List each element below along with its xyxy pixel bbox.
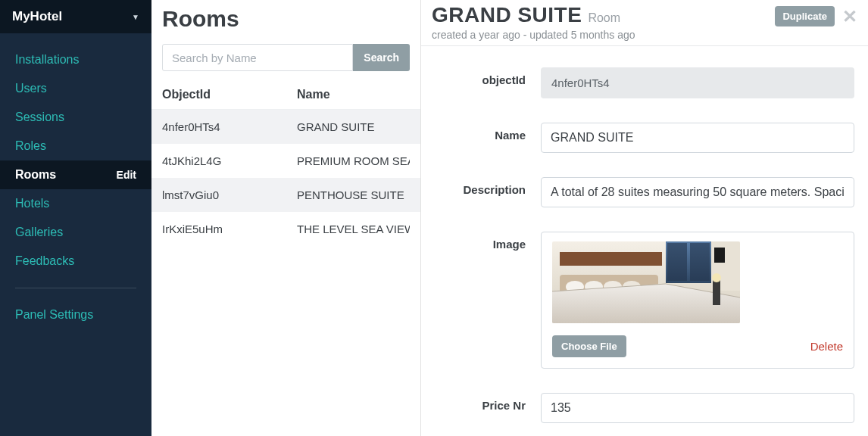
- cell-name: PENTHOUSE SUITE: [297, 188, 410, 201]
- sidebar-item-hotels[interactable]: Hotels: [0, 189, 151, 218]
- svg-rect-13: [713, 279, 720, 305]
- cell-name: GRAND SUITE: [297, 120, 410, 133]
- cell-objectid: IrKxiE5uHm: [162, 223, 297, 235]
- sidebar-item-label: Users: [15, 82, 47, 95]
- cell-objectid: 4tJKhi2L4G: [162, 154, 297, 167]
- brand-name: MyHotel: [12, 9, 62, 24]
- sidebar-item-users[interactable]: Users: [0, 74, 151, 103]
- svg-rect-3: [690, 243, 710, 281]
- table-row[interactable]: 4tJKhi2L4G PREMIUM ROOM SEA VIEW: [151, 144, 420, 178]
- input-description[interactable]: [541, 177, 854, 207]
- nav-divider: [15, 288, 136, 288]
- input-price[interactable]: [541, 393, 854, 423]
- table-row[interactable]: 4nfer0HTs4 GRAND SUITE: [151, 110, 420, 144]
- sidebar-item-label: Galleries: [15, 226, 63, 239]
- close-icon[interactable]: ✕: [842, 8, 857, 26]
- value-objectid: 4nfer0HTs4: [541, 67, 854, 98]
- svg-rect-2: [667, 243, 687, 281]
- room-image: [552, 241, 740, 323]
- cell-objectid: lmst7vGiu0: [162, 188, 297, 201]
- detail-title: GRAND SUITE: [432, 3, 582, 27]
- sidebar-item-label: Hotels: [15, 197, 49, 210]
- sidebar-item-label: Sessions: [15, 111, 64, 124]
- choose-file-button[interactable]: Choose File: [552, 335, 626, 357]
- table-row[interactable]: lmst7vGiu0 PENTHOUSE SUITE: [151, 178, 420, 212]
- label-description: Description: [435, 177, 526, 196]
- sidebar-item-label: Roles: [15, 139, 46, 153]
- detail-meta: created a year ago - updated 5 months ag…: [432, 29, 635, 41]
- duplicate-button[interactable]: Duplicate: [775, 6, 835, 26]
- nav: Installations Users Sessions Roles Rooms…: [0, 33, 151, 329]
- sidebar-item-feedbacks[interactable]: Feedbacks: [0, 247, 151, 276]
- sidebar: MyHotel ▼ Installations Users Sessions R…: [0, 0, 151, 436]
- sidebar-item-sessions[interactable]: Sessions: [0, 103, 151, 132]
- table-header: ObjectId Name: [151, 80, 420, 110]
- sidebar-item-galleries[interactable]: Galleries: [0, 218, 151, 247]
- sidebar-item-label: Installations: [15, 53, 80, 67]
- sidebar-item-edit[interactable]: Edit: [117, 169, 136, 181]
- svg-rect-7: [560, 252, 662, 266]
- label-objectid: objectId: [435, 67, 526, 86]
- search-input[interactable]: [162, 44, 353, 71]
- input-name[interactable]: [541, 123, 854, 153]
- sidebar-item-label: Rooms: [15, 168, 56, 182]
- column-objectid: ObjectId: [162, 88, 297, 101]
- sidebar-item-label: Panel Settings: [15, 308, 93, 321]
- cell-name: PREMIUM ROOM SEA VIEW: [297, 154, 410, 167]
- label-price: Price Nr: [435, 393, 526, 412]
- sidebar-item-panel-settings[interactable]: Panel Settings: [0, 301, 151, 329]
- sidebar-item-roles[interactable]: Roles: [0, 132, 151, 160]
- sidebar-item-installations[interactable]: Installations: [0, 45, 151, 74]
- search-button[interactable]: Search: [353, 44, 410, 71]
- sidebar-item-label: Feedbacks: [15, 254, 74, 268]
- detail-type: Room: [588, 11, 620, 25]
- svg-rect-5: [714, 248, 725, 263]
- label-image: Image: [435, 232, 526, 251]
- delete-image-link[interactable]: Delete: [810, 340, 843, 353]
- cell-objectid: 4nfer0HTs4: [162, 120, 297, 133]
- svg-point-14: [712, 273, 721, 282]
- cell-name: THE LEVEL SEA VIEW: [297, 223, 410, 235]
- caret-down-icon: ▼: [132, 13, 139, 21]
- column-name: Name: [297, 88, 410, 101]
- table-row[interactable]: IrKxiE5uHm THE LEVEL SEA VIEW: [151, 212, 420, 246]
- list-panel: Rooms Search ObjectId Name 4nfer0HTs4 GR…: [151, 0, 421, 436]
- image-box: Choose File Delete: [541, 232, 854, 369]
- detail-panel: GRAND SUITE Room created a year ago - up…: [421, 0, 868, 436]
- list-title: Rooms: [162, 6, 410, 32]
- label-name: Name: [435, 123, 526, 142]
- brand-dropdown[interactable]: MyHotel ▼: [0, 0, 151, 33]
- sidebar-item-rooms[interactable]: Rooms Edit: [0, 160, 151, 189]
